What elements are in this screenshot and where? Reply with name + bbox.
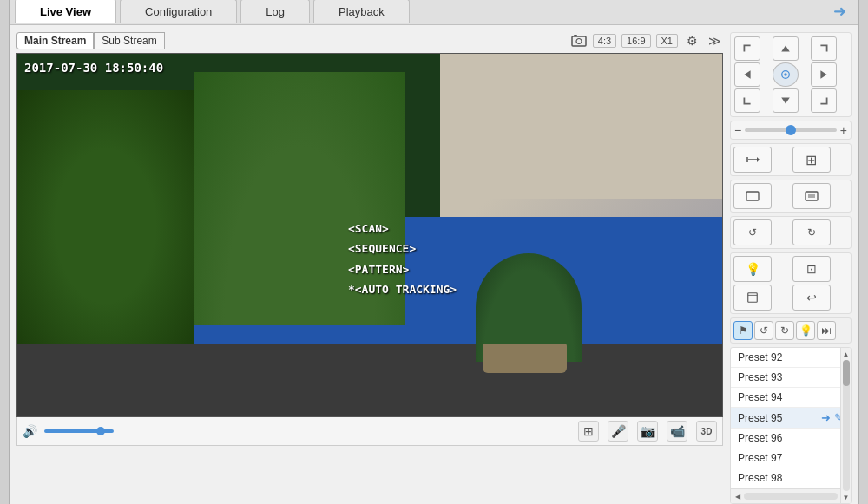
scroll-track[interactable]	[843, 360, 850, 491]
preset-hscroll: ◀ ▶	[731, 488, 851, 503]
ptz-actions-2	[730, 180, 852, 213]
ptz-up-right-button[interactable]	[811, 36, 837, 61]
tab-bar: Live View Configuration Log Playback ➜	[10, 0, 858, 25]
video-area: 2017-07-30 18:50:40 <SCAN> <SEQUENCE> <P…	[16, 53, 723, 417]
auto-focus-button[interactable]: ↺	[733, 219, 772, 245]
tab-configuration[interactable]: Configuration	[120, 0, 237, 23]
ptz-direction-pad	[730, 32, 852, 117]
scene-floor	[17, 344, 722, 416]
ptz-left-button[interactable]	[734, 62, 760, 87]
focus-near-button[interactable]: ⊞	[792, 147, 831, 173]
preset-item-93[interactable]: Preset 93	[731, 368, 851, 388]
fullscreen-button[interactable]	[733, 285, 772, 311]
hscroll-left-arrow[interactable]: ◀	[732, 490, 744, 502]
wiper-button[interactable]: ⊡	[792, 256, 831, 282]
svg-marker-8	[781, 97, 790, 103]
iris-close-button[interactable]	[792, 183, 831, 209]
svg-marker-10	[757, 157, 760, 162]
undo-button[interactable]: ↩	[792, 285, 831, 311]
preset-item-98[interactable]: Preset 98	[731, 468, 851, 488]
grid-icon[interactable]: ⊞	[578, 421, 599, 442]
preset-label-98: Preset 98	[738, 472, 782, 484]
camera-icon[interactable]: 📷	[637, 421, 658, 442]
preset-refresh-button[interactable]: ↺	[754, 321, 773, 340]
focus-far-button[interactable]	[733, 147, 772, 173]
svg-rect-1	[574, 35, 577, 36]
overlay-line-1: <SCAN>	[348, 219, 457, 239]
overlay-line-4: *<AUTO TRACKING>	[348, 279, 457, 299]
video-bottom-bar: 🔊 ⊞ 🎤 📷 📹 3D	[16, 417, 723, 446]
tab-log[interactable]: Log	[240, 0, 310, 23]
sub-stream-button[interactable]: Sub Stream	[94, 32, 164, 49]
video-toolbar-right: 4:3 16:9 X1 ⚙ ≫	[570, 32, 723, 49]
light-button[interactable]: 💡	[733, 256, 772, 282]
preset-label-94: Preset 94	[738, 391, 782, 403]
scroll-thumb	[843, 360, 850, 386]
preset-item-94[interactable]: Preset 94	[731, 388, 851, 408]
ptz-panel: − + ⊞	[730, 32, 852, 504]
preset-label-97: Preset 97	[738, 452, 782, 464]
overlay-line-2: <SEQUENCE>	[348, 239, 457, 259]
ptz-up-button[interactable]	[773, 36, 799, 61]
iris-open-button[interactable]	[733, 183, 772, 209]
scroll-down-arrow[interactable]: ▼	[842, 493, 851, 501]
svg-point-6	[784, 73, 786, 75]
svg-marker-7	[820, 70, 826, 79]
zoom-minus-icon[interactable]: −	[734, 123, 741, 137]
preset-label-95: Preset 95	[738, 412, 782, 424]
3d-icon[interactable]: 3D	[696, 421, 717, 442]
tab-live-view[interactable]: Live View	[15, 0, 116, 23]
ptz-home-button[interactable]	[773, 62, 799, 87]
aspect-4-3-button[interactable]: 4:3	[593, 34, 616, 48]
video-overlay-text: <SCAN> <SEQUENCE> <PATTERN> *<AUTO TRACK…	[348, 219, 457, 300]
ptz-down-button[interactable]	[773, 88, 799, 113]
preset-label-93: Preset 93	[738, 371, 782, 383]
preset-next-button[interactable]: ⏭	[817, 321, 836, 340]
video-icon[interactable]: 📹	[667, 421, 687, 442]
preset-item-96[interactable]: Preset 96	[731, 429, 851, 448]
preset-light-button[interactable]: 💡	[796, 321, 815, 340]
tab-playback[interactable]: Playback	[313, 0, 410, 23]
svg-marker-3	[781, 45, 790, 51]
volume-icon[interactable]: 🔊	[23, 424, 37, 438]
mic-icon[interactable]: 🎤	[608, 421, 628, 442]
preset-item-92[interactable]: Preset 92	[731, 348, 851, 368]
preset-list: Preset 92 Preset 93 Preset 94 Preset 95 …	[731, 348, 851, 488]
svg-marker-4	[744, 70, 750, 79]
ptz-up-left-button[interactable]	[734, 36, 760, 61]
ptz-down-right-button[interactable]	[811, 88, 837, 113]
aspect-16-9-button[interactable]: 16:9	[621, 34, 650, 48]
more-icon[interactable]: ≫	[706, 32, 723, 49]
zoom-plus-icon[interactable]: +	[840, 123, 847, 137]
main-stream-button[interactable]: Main Stream	[16, 32, 94, 49]
capture-icon[interactable]	[570, 32, 588, 49]
ptz-right-button[interactable]	[811, 62, 837, 87]
volume-slider[interactable]	[44, 429, 114, 433]
auto-iris-button[interactable]: ↻	[792, 219, 831, 245]
preset-flag-button[interactable]: ⚑	[733, 321, 753, 340]
preset-label-92: Preset 92	[738, 351, 782, 363]
scroll-up-arrow[interactable]: ▲	[842, 350, 851, 358]
ptz-actions-3: ↺ ↻	[730, 216, 852, 249]
preset-scrollbar: ▲ ▼	[840, 348, 851, 503]
scene-plant-pot	[483, 344, 567, 372]
svg-rect-0	[572, 36, 586, 46]
preset-item-95[interactable]: Preset 95 ➜ ✎	[731, 408, 851, 429]
ptz-down-left-button[interactable]	[734, 88, 760, 113]
hscroll-track[interactable]	[744, 493, 838, 500]
preset-redo-button[interactable]: ↻	[775, 321, 794, 340]
zoom-x1-button[interactable]: X1	[656, 34, 678, 48]
scene-left-plant	[17, 90, 194, 363]
zoom-slider-row: − +	[730, 121, 852, 140]
ptz-extra-controls: 💡 ⊡ ↩	[730, 252, 852, 314]
overlay-line-3: <PATTERN>	[348, 259, 457, 279]
ptz-actions-1: ⊞	[730, 143, 852, 176]
preset-label-96: Preset 96	[738, 432, 782, 444]
forward-arrow-icon[interactable]: ➜	[826, 0, 853, 24]
preset-toolbar: ⚑ ↺ ↻ 💡 ⏭	[730, 317, 852, 344]
preset-item-97[interactable]: Preset 97	[731, 448, 851, 468]
main-container: Live View Configuration Log Playback ➜ M…	[9, 0, 859, 504]
bottom-icons: ⊞ 🎤 📷 📹 3D	[578, 421, 717, 442]
zoom-track[interactable]	[745, 128, 837, 132]
settings-icon[interactable]: ⚙	[683, 32, 700, 49]
